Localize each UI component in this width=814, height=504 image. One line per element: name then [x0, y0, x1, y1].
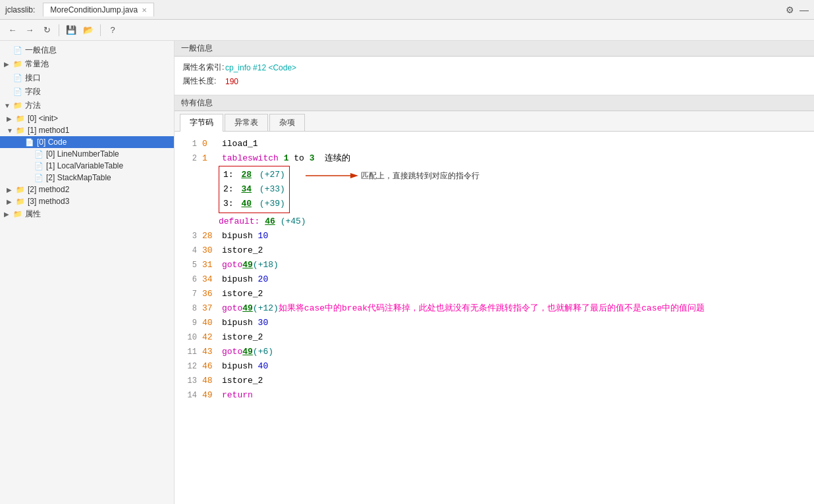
line-num-6: 6: [182, 272, 197, 287]
tab-bytecode[interactable]: 字节码: [180, 114, 223, 132]
code-goto-5: goto: [222, 258, 242, 272]
sw-offset-2: (+33): [254, 182, 285, 197]
label-localvar: [1] LocalVariableTable: [46, 161, 123, 170]
code-goto-offset-8: (+12): [253, 301, 279, 316]
sidebar-item-stackmap[interactable]: 📄 [2] StackMapTable: [0, 172, 174, 184]
sidebar-item-method2[interactable]: ▶ 📁 [2] method2: [0, 184, 174, 195]
code-line-1: 1 0 iload_1: [182, 137, 806, 151]
toggle-attributes: ▶: [4, 211, 13, 218]
code-line-6: 6 34 bipush 20: [182, 272, 806, 287]
icon-stackmap: 📄: [34, 174, 43, 182]
icon-constants: 📁: [13, 60, 22, 68]
label-init: [0] <init>: [28, 114, 58, 123]
icon-method3: 📁: [16, 197, 25, 206]
back-button[interactable]: ←: [5, 23, 20, 38]
sw-target-3: 40: [241, 197, 252, 211]
icon-general: 📄: [13, 46, 22, 55]
code-9: bipush 30: [222, 316, 268, 330]
code-goto-offset-5: (+18): [253, 258, 279, 272]
label-stackmap: [2] StackMapTable: [46, 173, 111, 182]
icon-init: 📁: [16, 114, 25, 123]
code-tableswitch-continuous: 连续的: [314, 151, 350, 166]
app-name: jclasslib:: [5, 5, 35, 14]
code-to: to: [288, 151, 309, 166]
line-num-10: 10: [182, 330, 197, 345]
line-num-8: 8: [182, 301, 197, 316]
code-goto-target-5: 49: [242, 258, 253, 272]
sidebar-item-method1[interactable]: ▼ 📁 [1] method1: [0, 124, 174, 136]
icon-interface: 📄: [13, 74, 22, 82]
line-num-5: 5: [182, 258, 197, 272]
label-methods: 方法: [25, 100, 41, 111]
code-line-3: 3 28 bipush 10: [182, 229, 806, 243]
icon-fields: 📄: [13, 88, 22, 96]
code-1: iload_1: [222, 137, 258, 151]
icon-linenumber: 📄: [34, 150, 43, 159]
code-6: bipush 20: [222, 272, 268, 287]
line-num-13: 13: [182, 374, 197, 388]
minimize-icon[interactable]: —: [800, 5, 809, 15]
toggle-method2: ▶: [7, 186, 16, 193]
save-button[interactable]: 💾: [64, 23, 78, 38]
titlebar-left: jclasslib: MoreConditionJump.java ✕: [5, 3, 154, 16]
main-tab[interactable]: MoreConditionJump.java ✕: [43, 3, 154, 16]
icon-methods: 📁: [13, 101, 22, 110]
sw-target-2: 34: [241, 182, 252, 197]
toggle-methods: ▼: [4, 102, 13, 109]
offset-10: 42: [202, 330, 217, 345]
arrow-svg: [306, 169, 358, 182]
sidebar-item-linenumber[interactable]: 📄 [0] LineNumberTable: [0, 148, 174, 160]
code-7: istore_2: [222, 287, 263, 301]
offset-3: 28: [202, 229, 217, 243]
code-13: istore_2: [222, 374, 263, 388]
code-area[interactable]: 1 0 iload_1 2 1 tableswitch 1 to 3 连续的: [175, 132, 814, 504]
tab-exception[interactable]: 异常表: [225, 114, 268, 131]
code-goto-11: goto: [222, 345, 242, 359]
sw-offset-3: (+39): [254, 197, 285, 211]
tab-bar: 字节码 异常表 杂项: [175, 111, 814, 132]
open-button[interactable]: 📂: [81, 23, 95, 38]
length-value: 190: [225, 77, 238, 86]
label-method2: [2] method2: [28, 185, 69, 194]
code-tableswitch-3: 3: [310, 151, 315, 166]
sidebar-item-init[interactable]: ▶ 📁 [0] <init>: [0, 113, 174, 124]
sidebar-item-method3[interactable]: ▶ 📁 [3] method3: [0, 195, 174, 207]
code-tableswitch-keyword: tableswitch: [222, 151, 279, 166]
help-button[interactable]: ?: [105, 23, 120, 38]
label-method3: [3] method3: [28, 197, 69, 206]
sw-key-3: 3:: [223, 197, 238, 211]
tab-close-icon[interactable]: ✕: [142, 7, 147, 14]
sidebar: 📄 一般信息 ▶ 📁 常量池 📄 接口 📄 字段 ▼ 📁 方法 ▶ 📁 [0]: [0, 41, 175, 504]
sidebar-item-attributes[interactable]: ▶ 📁 属性: [0, 207, 174, 221]
offset-13: 48: [202, 374, 217, 388]
sidebar-item-interface[interactable]: 📄 接口: [0, 71, 174, 85]
forward-button[interactable]: →: [22, 23, 37, 38]
tab-misc[interactable]: 杂项: [269, 114, 305, 131]
label-general: 一般信息: [25, 45, 57, 56]
sidebar-item-fields[interactable]: 📄 字段: [0, 85, 174, 99]
label-interface: 接口: [25, 72, 41, 84]
offset-5: 31: [202, 258, 217, 272]
code-line-7: 7 36 istore_2: [182, 287, 806, 301]
line-num-12: 12: [182, 359, 197, 374]
label-code: [0] Code: [37, 138, 67, 147]
titlebar-right: ⚙ —: [786, 5, 809, 15]
icon-method1: 📁: [16, 126, 25, 135]
sidebar-item-general[interactable]: 📄 一般信息: [0, 43, 174, 57]
code-4: istore_2: [222, 243, 263, 258]
general-info-header: 一般信息: [175, 41, 814, 57]
code-comment-8: 如果将case中的break代码注释掉，此处也就没有无条件跳转指令了，也就解释了…: [279, 301, 705, 316]
sidebar-item-localvar[interactable]: 📄 [1] LocalVariableTable: [0, 160, 174, 172]
code-line-9: 9 40 bipush 30: [182, 316, 806, 330]
line-num-7: 7: [182, 287, 197, 301]
sidebar-item-code[interactable]: 📄 [0] Code: [0, 136, 174, 148]
line-num-9: 9: [182, 316, 197, 330]
reload-button[interactable]: ↻: [40, 23, 54, 38]
tab-label: MoreConditionJump.java: [50, 5, 138, 14]
code-tableswitch-1: 1: [284, 151, 289, 166]
name-index-value: cp_info #12 <Code>: [225, 63, 296, 72]
sidebar-item-methods[interactable]: ▼ 📁 方法: [0, 99, 174, 113]
settings-icon[interactable]: ⚙: [786, 5, 794, 15]
sidebar-item-constants[interactable]: ▶ 📁 常量池: [0, 57, 174, 71]
code-goto-target-8: 49: [242, 301, 253, 316]
